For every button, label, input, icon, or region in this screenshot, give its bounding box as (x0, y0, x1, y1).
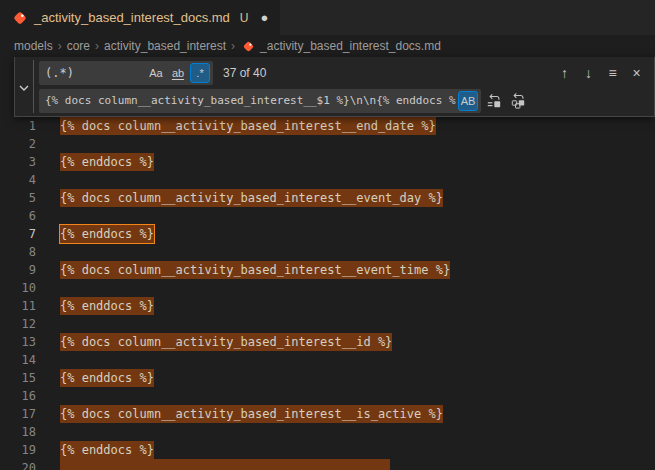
code-text: {% enddocs %} (60, 225, 154, 243)
replace-all-button[interactable] (506, 90, 529, 112)
editor-line[interactable]: 10 (0, 279, 655, 297)
code-text: {% docs column__activity_based_interest_… (60, 405, 443, 423)
previous-match-button[interactable]: ↑ (553, 62, 576, 84)
editor-line[interactable]: 20 (0, 459, 655, 470)
replace-row: {% docs column__activity_based_interest_… (39, 88, 648, 113)
line-number: 7 (0, 225, 48, 243)
editor-line[interactable]: 16 (0, 387, 655, 405)
editor-line[interactable]: 19 {% enddocs %} (0, 441, 655, 459)
editor-line[interactable]: 5 {% docs column__activity_based_interes… (0, 189, 655, 207)
code-text: {% enddocs %} (60, 153, 154, 171)
results-count: 37 of 40 (223, 66, 266, 80)
line-number: 5 (0, 189, 48, 207)
editor-line[interactable]: 18 (0, 423, 655, 441)
line-number: 4 (0, 171, 48, 189)
line-number: 10 (0, 279, 48, 297)
breadcrumb-item-core[interactable]: core (67, 39, 90, 53)
breadcrumb-item-activity-based-interest[interactable]: activity_based_interest (104, 39, 226, 53)
editor[interactable]: 1 {% docs column__activity_based_interes… (0, 57, 655, 470)
editor-line[interactable]: 6 (0, 207, 655, 225)
code-text: {% enddocs %} (60, 297, 154, 315)
editor-line[interactable]: 14 (0, 351, 655, 369)
line-number: 16 (0, 387, 48, 405)
find-row: (.*) Aa ab .* 37 of 40 ↑ ↓ ≡ × (39, 60, 648, 85)
editor-line[interactable]: 4 (0, 171, 655, 189)
line-number: 19 (0, 441, 48, 459)
tab-title: _activity_based_interest_docs.md (34, 10, 230, 25)
regex-button[interactable]: .* (190, 63, 210, 83)
line-number: 17 (0, 405, 48, 423)
line-number: 15 (0, 369, 48, 387)
find-value: (.*) (45, 66, 144, 80)
breadcrumb-item-models[interactable]: models (14, 39, 53, 53)
line-number: 1 (0, 117, 48, 135)
dbt-file-icon (12, 10, 28, 26)
vscode-window: _activity_based_interest_docs.md U ● mod… (0, 0, 655, 57)
find-input[interactable]: (.*) Aa ab .* (39, 61, 213, 85)
git-status-badge: U (240, 11, 249, 25)
line-number: 6 (0, 207, 48, 225)
code-text: {% enddocs %} (60, 369, 154, 387)
line-number: 2 (0, 135, 48, 153)
breadcrumb-separator: › (58, 39, 62, 53)
close-button[interactable]: × (625, 62, 648, 84)
code-text (60, 459, 390, 470)
line-number: 14 (0, 351, 48, 369)
preserve-case-button[interactable]: AB (458, 91, 478, 111)
editor-line[interactable]: 1 {% docs column__activity_based_interes… (0, 117, 655, 135)
replace-all-icon (510, 93, 526, 109)
code-text: {% docs column__activity_based_interest_… (60, 117, 436, 135)
replace-button[interactable] (482, 90, 505, 112)
tab-activity-based-interest-docs[interactable]: _activity_based_interest_docs.md U ● (0, 0, 281, 35)
editor-line[interactable]: 11 {% enddocs %} (0, 297, 655, 315)
breadcrumb: models › core › activity_based_interest … (0, 35, 655, 57)
editor-line[interactable]: 2 (0, 135, 655, 153)
line-number: 20 (0, 459, 48, 470)
line-number: 3 (0, 153, 48, 171)
whole-word-button[interactable]: ab (168, 63, 188, 83)
match-case-button[interactable]: Aa (146, 63, 166, 83)
editor-line[interactable]: 8 (0, 243, 655, 261)
breadcrumb-separator: › (231, 39, 235, 53)
editor-lines: 1 {% docs column__activity_based_interes… (0, 57, 655, 470)
replace-icon (486, 93, 502, 109)
editor-line[interactable]: 12 (0, 315, 655, 333)
chevron-down-icon (19, 78, 29, 96)
find-in-selection-button[interactable]: ≡ (601, 62, 624, 84)
editor-line[interactable]: 7 {% enddocs %} (0, 225, 655, 243)
toggle-replace-button[interactable] (15, 60, 33, 113)
line-number: 11 (0, 297, 48, 315)
editor-line[interactable]: 17 {% docs column__activity_based_intere… (0, 405, 655, 423)
line-number: 13 (0, 333, 48, 351)
replace-value: {% docs column__activity_based_interest_… (45, 94, 456, 107)
code-text: {% enddocs %} (60, 441, 154, 459)
next-match-button[interactable]: ↓ (577, 62, 600, 84)
code-text: {% docs column__activity_based_interest_… (60, 189, 443, 207)
line-number: 9 (0, 261, 48, 279)
editor-line[interactable]: 13 {% docs column__activity_based_intere… (0, 333, 655, 351)
line-number: 8 (0, 243, 48, 261)
dirty-indicator[interactable]: ● (261, 10, 269, 25)
find-replace-widget: (.*) Aa ab .* 37 of 40 ↑ ↓ ≡ × {% docs c… (14, 57, 655, 117)
dbt-file-icon (242, 40, 255, 53)
line-number: 12 (0, 315, 48, 333)
editor-line[interactable]: 9 {% docs column__activity_based_interes… (0, 261, 655, 279)
editor-line[interactable]: 15 {% enddocs %} (0, 369, 655, 387)
editor-line[interactable]: 3 {% enddocs %} (0, 153, 655, 171)
breadcrumb-separator: › (95, 39, 99, 53)
code-text: {% docs column__activity_based_interest_… (60, 261, 450, 279)
breadcrumb-item-file[interactable]: _activity_based_interest_docs.md (260, 39, 441, 53)
line-number: 18 (0, 423, 48, 441)
code-text: {% docs column__activity_based_interest_… (60, 333, 392, 351)
tab-bar: _activity_based_interest_docs.md U ● (0, 0, 655, 35)
replace-input[interactable]: {% docs column__activity_based_interest_… (39, 89, 481, 113)
